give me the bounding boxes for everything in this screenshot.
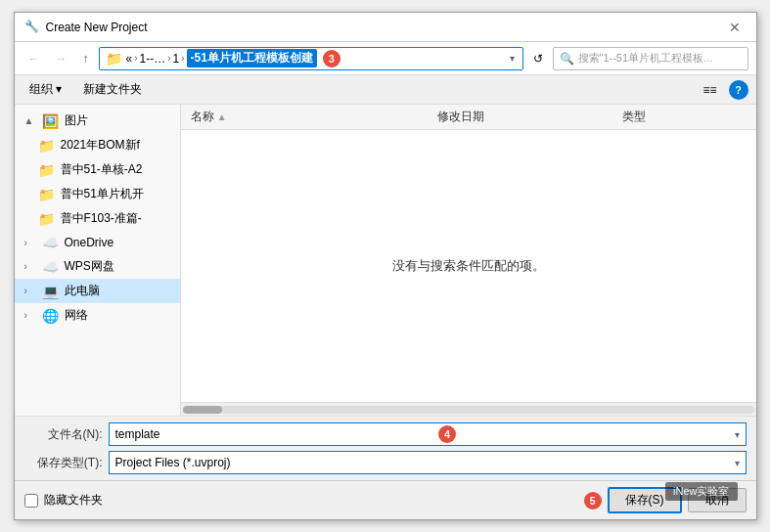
sort-icon-name: ▲ [217,111,227,122]
expand-icon-pictures: ▲ [24,115,36,126]
action-bar: 组织 ▾ 新建文件夹 ≡≡ ? [15,75,756,105]
sidebar-item-bom2021[interactable]: 📁 2021年BOM新f [15,133,180,157]
sidebar-item-pz51a2[interactable]: 📁 普中51-单核-A2 [15,157,180,182]
sidebar-label-pzf103: 普中F103-准篇- [61,210,142,227]
cancel-button[interactable]: 取消 [688,488,747,512]
footer-right: 5 保存(S) 取消 [584,487,747,513]
savetype-value: Project Files (*.uvproj) [115,456,231,469]
scrollbar-thumb [183,406,222,414]
fields-bar: 文件名(N): template 4 ▾ 保存类型(T): Project Fi… [15,416,756,480]
sidebar-label-pictures: 图片 [65,112,88,129]
sidebar-label-pz51a2: 普中51-单核-A2 [61,161,143,178]
file-pane: 名称 ▲ 修改日期 类型 没有与搜索条件匹配的项。 [181,105,756,416]
sidebar-item-pictures[interactable]: ▲ 🖼️ 图片 [15,109,180,133]
help-button[interactable]: ? [729,80,748,100]
address-bar[interactable]: 📁 « › 1--… › 1 › -51单片机工程模板创建 3 ▾ [99,47,523,70]
savetype-input[interactable]: Project Files (*.uvproj) ▾ [109,451,747,474]
folder-icon-pz51a2: 📁 [38,162,55,178]
main-content: ▲ 🖼️ 图片 📁 2021年BOM新f 📁 普中51-单核-A2 📁 普中51… [15,105,756,416]
back-button[interactable]: ← [23,49,46,68]
sidebar-label-wps: WPS网盘 [65,258,114,275]
hide-checkbox[interactable] [24,494,38,508]
save-badge: 5 [584,492,602,510]
filename-label: 文件名(N): [24,426,103,443]
new-folder-button[interactable]: 新建文件夹 [76,78,149,101]
up-button[interactable]: ↑ [77,49,95,68]
filename-input[interactable]: template 4 ▾ [109,422,747,446]
folder-icon-pzf103: 📁 [38,211,55,227]
sidebar-label-pz51open: 普中51单片机开 [61,186,144,202]
expand-icon-network: › [24,310,36,321]
sidebar-label-onedrive: OneDrive [65,236,114,249]
empty-message: 没有与搜索条件匹配的项。 [392,257,545,275]
search-bar[interactable]: 🔍 搜索"1--51单片机工程模板... [553,47,748,70]
scrollbar-track [183,406,754,414]
search-placeholder: 搜索"1--51单片机工程模板... [578,51,742,66]
footer-bar: 隐藏文件夹 5 保存(S) 取消 [15,480,756,519]
address-dropdown-button[interactable]: ▾ [508,53,517,64]
save-button[interactable]: 保存(S) [608,487,682,513]
cloud-icon-onedrive: ☁️ [42,235,59,250]
horizontal-scrollbar[interactable] [181,402,756,416]
filename-row: 文件名(N): template 4 ▾ [24,422,747,446]
savetype-dropdown-icon: ▾ [735,458,740,468]
refresh-button[interactable]: ↺ [527,49,549,68]
filename-value: template [115,427,160,441]
cloud-icon-wps: ☁️ [42,259,59,275]
sidebar: ▲ 🖼️ 图片 📁 2021年BOM新f 📁 普中51-单核-A2 📁 普中51… [15,105,181,416]
forward-button[interactable]: → [50,49,73,68]
dialog-title: Create New Project [46,21,148,34]
address-badge: 3 [323,50,340,67]
network-icon: 🌐 [42,308,59,324]
sidebar-item-network[interactable]: › 🌐 网络 [15,303,180,328]
col-date[interactable]: 修改日期 [437,109,622,125]
sidebar-item-pzf103[interactable]: 📁 普中F103-准篇- [15,206,180,231]
file-header: 名称 ▲ 修改日期 类型 [181,105,756,130]
sidebar-label-network: 网络 [65,307,88,324]
file-body: 没有与搜索条件匹配的项。 [181,130,756,402]
folder-icon: 📁 [106,51,122,66]
col-type[interactable]: 类型 [622,109,746,125]
folder-icon-pz51open: 📁 [38,187,55,202]
address-part-2: 1--… [140,52,166,66]
sidebar-item-thispc[interactable]: › 💻 此电脑 [15,279,180,303]
expand-icon-wps: › [24,261,36,272]
expand-icon-thispc: › [24,286,36,296]
search-icon: 🔍 [560,52,574,66]
sidebar-item-pz51open[interactable]: 📁 普中51单片机开 [15,182,180,206]
close-button[interactable]: ✕ [723,18,747,37]
title-bar: 🔧 Create New Project ✕ [15,13,756,42]
folder-icon-pictures: 🖼️ [42,113,59,129]
sidebar-label-bom2021: 2021年BOM新f [61,137,140,154]
expand-icon-onedrive: › [24,238,36,248]
address-highlighted-part: -51单片机工程模板创建 [187,49,317,67]
app-icon: 🔧 [24,20,40,35]
savetype-label: 保存类型(T): [24,455,103,471]
address-part-1: « [126,52,133,66]
pc-icon: 💻 [42,284,59,299]
view-button[interactable]: ≡≡ [697,80,722,100]
hide-label: 隐藏文件夹 [44,492,103,509]
organize-button[interactable]: 组织 ▾ [23,78,68,101]
col-name[interactable]: 名称 ▲ [191,109,437,125]
address-toolbar: ← → ↑ 📁 « › 1--… › 1 › -51单片机工程模板创建 3 ▾ … [15,42,756,75]
footer-left: 隐藏文件夹 [24,492,103,509]
address-part-3: 1 [173,52,180,66]
savetype-row: 保存类型(T): Project Files (*.uvproj) ▾ [24,451,747,474]
folder-icon-bom2021: 📁 [38,138,55,154]
filename-dropdown-icon: ▾ [735,429,740,440]
address-parts: « › 1--… › 1 › -51单片机工程模板创建 3 [126,49,504,67]
sidebar-label-thispc: 此电脑 [65,283,100,299]
sidebar-item-wps[interactable]: › ☁️ WPS网盘 [15,254,180,279]
filename-badge: 4 [438,425,456,443]
sidebar-item-onedrive[interactable]: › ☁️ OneDrive [15,231,180,254]
